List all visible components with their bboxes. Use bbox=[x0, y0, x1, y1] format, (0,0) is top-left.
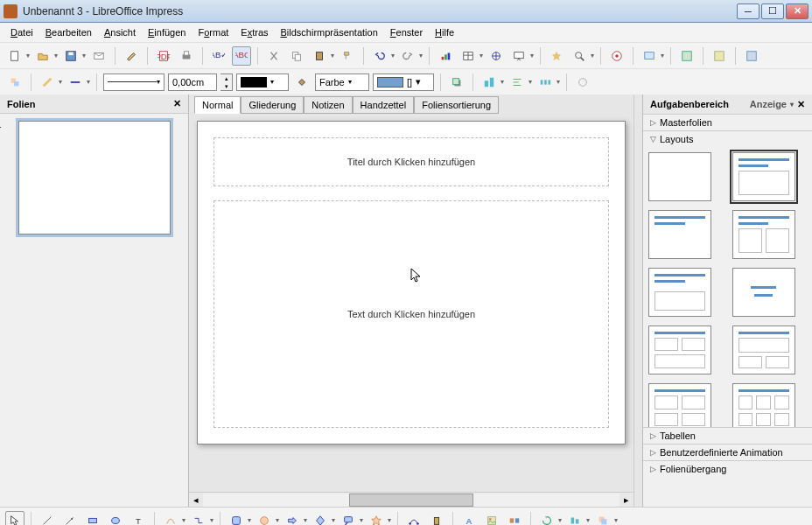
undo-button[interactable] bbox=[370, 46, 389, 66]
points-tool[interactable] bbox=[404, 511, 424, 526]
rotate-dropdown[interactable]: ▾ bbox=[558, 516, 562, 524]
extras-button[interactable] bbox=[573, 73, 592, 92]
hyperlink-button[interactable] bbox=[486, 46, 506, 66]
line-width-spinner[interactable]: ▴▾ bbox=[220, 74, 233, 91]
glue-tool[interactable] bbox=[427, 511, 446, 526]
arrange-button[interactable] bbox=[5, 73, 24, 92]
callout-tool[interactable] bbox=[339, 511, 358, 526]
line-color-select[interactable]: ▾ bbox=[236, 74, 289, 91]
table-dropdown[interactable]: ▾ bbox=[480, 52, 483, 60]
fill-color-select[interactable]: []▾ bbox=[373, 74, 434, 91]
line-tool[interactable] bbox=[38, 511, 57, 526]
splitter-bar[interactable] bbox=[634, 94, 642, 507]
spellcheck-button[interactable]: AB✓ bbox=[209, 46, 228, 66]
presentation-dropdown[interactable]: ▾ bbox=[530, 52, 534, 60]
align-button[interactable] bbox=[508, 73, 527, 92]
layout-title-only[interactable] bbox=[648, 210, 711, 259]
ellipse-tool[interactable] bbox=[106, 511, 125, 526]
tab-notizen[interactable]: Notizen bbox=[304, 96, 352, 114]
shadow-button[interactable] bbox=[447, 73, 466, 92]
star-button[interactable] bbox=[547, 46, 566, 66]
fill-type-select[interactable]: Farbe▾ bbox=[315, 74, 369, 91]
from-file-tool[interactable] bbox=[482, 511, 501, 526]
fontwork-tool[interactable]: A bbox=[459, 511, 479, 526]
redo-dropdown[interactable]: ▾ bbox=[419, 52, 423, 60]
align-tool[interactable] bbox=[565, 511, 584, 526]
position-button[interactable] bbox=[480, 73, 499, 92]
tab-gliederung[interactable]: Gliederung bbox=[241, 96, 304, 114]
layout-four[interactable] bbox=[648, 383, 711, 427]
line-color-button[interactable] bbox=[38, 73, 57, 92]
flowchart-tool[interactable] bbox=[311, 511, 330, 526]
curve-dropdown[interactable]: ▾ bbox=[182, 516, 186, 524]
tab-handzettel[interactable]: Handzettel bbox=[353, 96, 415, 114]
slide-dropdown[interactable]: ▾ bbox=[661, 52, 664, 60]
arrow-tool[interactable] bbox=[60, 511, 80, 526]
line-style-dropdown[interactable]: ▾ bbox=[87, 78, 90, 86]
new-dropdown[interactable]: ▾ bbox=[26, 52, 30, 60]
slides-panel-close-icon[interactable]: ✕ bbox=[173, 98, 181, 109]
gallery-tool[interactable] bbox=[505, 511, 524, 526]
position-dropdown[interactable]: ▾ bbox=[500, 78, 504, 86]
menu-fenster[interactable]: Fenster bbox=[385, 25, 428, 39]
content-placeholder[interactable]: Text durch Klicken hinzufügen bbox=[214, 200, 609, 428]
flowchart-dropdown[interactable]: ▾ bbox=[332, 516, 335, 524]
menu-bildschirm[interactable]: Bildschirmpräsentation bbox=[276, 25, 383, 39]
align-dropdown[interactable]: ▾ bbox=[528, 78, 532, 86]
zoom-dropdown[interactable]: ▾ bbox=[591, 52, 594, 60]
distribute-dropdown[interactable]: ▾ bbox=[556, 78, 560, 86]
maximize-button[interactable]: ☐ bbox=[761, 4, 784, 19]
redo-button[interactable] bbox=[398, 46, 417, 66]
new-button[interactable] bbox=[5, 46, 24, 66]
fill-button[interactable] bbox=[292, 73, 312, 92]
line-style-button[interactable] bbox=[66, 73, 85, 92]
print-button[interactable] bbox=[177, 46, 196, 66]
distribute-button[interactable] bbox=[536, 73, 555, 92]
edit-button[interactable] bbox=[122, 46, 141, 66]
task-anzeige-menu[interactable]: Anzeige bbox=[750, 99, 787, 109]
rect-tool[interactable] bbox=[83, 511, 102, 526]
arrange-tool-dropdown[interactable]: ▾ bbox=[614, 516, 618, 524]
line-width-input[interactable]: 0,00cm bbox=[168, 74, 217, 91]
arrange-tool[interactable] bbox=[593, 511, 612, 526]
cut-button[interactable] bbox=[264, 46, 284, 66]
paste-button[interactable] bbox=[310, 46, 329, 66]
format-paint-button[interactable] bbox=[338, 46, 357, 66]
fullscreen-button[interactable] bbox=[677, 46, 696, 66]
symbol-shape-dropdown[interactable]: ▾ bbox=[276, 516, 279, 524]
line-style-input[interactable]: ▾ bbox=[103, 74, 164, 91]
paste-dropdown[interactable]: ▾ bbox=[331, 52, 334, 60]
undo-dropdown[interactable]: ▾ bbox=[391, 52, 395, 60]
block-arrow-tool[interactable] bbox=[283, 511, 302, 526]
basic-shape-dropdown[interactable]: ▾ bbox=[248, 516, 251, 524]
layout-one-over-two[interactable] bbox=[732, 326, 795, 374]
save-button[interactable] bbox=[61, 46, 80, 66]
layout-two-over-one[interactable] bbox=[648, 326, 711, 374]
task-pane-close-icon[interactable]: ✕ bbox=[797, 99, 805, 110]
layout-centered[interactable] bbox=[732, 268, 795, 317]
slide-button[interactable] bbox=[640, 46, 659, 66]
table-button[interactable] bbox=[458, 46, 478, 66]
section-uebergang[interactable]: ▷Folienübergang bbox=[643, 460, 812, 477]
layout-blank[interactable] bbox=[648, 152, 711, 201]
gallery-button[interactable] bbox=[710, 46, 729, 66]
section-animation[interactable]: ▷Benutzerdefinierte Animation bbox=[643, 444, 812, 460]
section-masterfolien[interactable]: ▷Masterfolien bbox=[643, 114, 812, 130]
chart-button[interactable] bbox=[436, 46, 455, 66]
presentation-button[interactable] bbox=[509, 46, 528, 66]
rotate-tool[interactable] bbox=[537, 511, 556, 526]
menu-hilfe[interactable]: Hilfe bbox=[430, 25, 459, 39]
menu-extras[interactable]: Extras bbox=[235, 25, 273, 39]
line-color-dropdown[interactable]: ▾ bbox=[59, 78, 62, 86]
layout-six[interactable] bbox=[732, 383, 795, 427]
curve-tool[interactable] bbox=[161, 511, 180, 526]
select-tool[interactable] bbox=[5, 511, 24, 526]
email-button[interactable] bbox=[89, 46, 108, 66]
slide-canvas[interactable]: Titel durch Klicken hinzufügen Text durc… bbox=[197, 121, 626, 444]
close-button[interactable]: ✕ bbox=[786, 4, 808, 19]
menu-ansicht[interactable]: Ansicht bbox=[99, 25, 141, 39]
slide-thumb-1[interactable] bbox=[18, 121, 171, 234]
menu-format[interactable]: Format bbox=[192, 25, 234, 39]
tab-foliensortierung[interactable]: Foliensortierung bbox=[414, 96, 499, 114]
symbol-shape-tool[interactable] bbox=[255, 511, 274, 526]
